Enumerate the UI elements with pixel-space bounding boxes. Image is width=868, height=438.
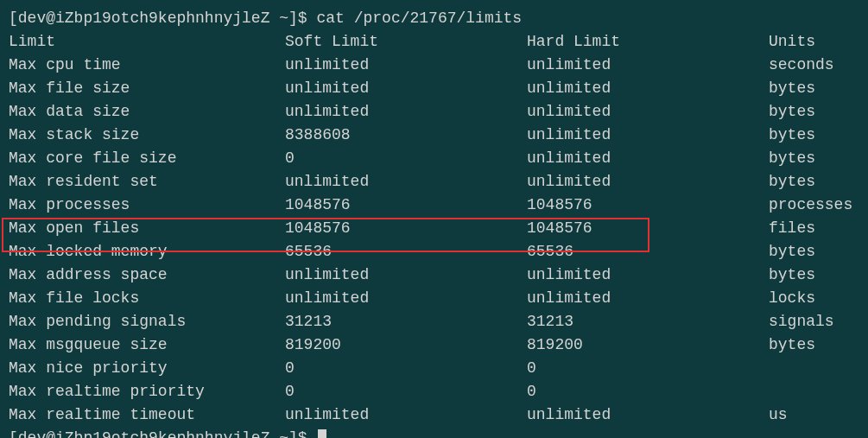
cell-limit: Max resident set bbox=[9, 170, 285, 194]
cell-limit: Max stack size bbox=[9, 124, 285, 147]
cell-limit: Max nice priority bbox=[9, 357, 285, 380]
cell-hard: 65536 bbox=[527, 240, 769, 263]
cell-units: us bbox=[769, 403, 788, 427]
cell-units: locks bbox=[769, 287, 815, 310]
cell-limit: Max msgqueue size bbox=[9, 333, 285, 357]
cell-hard: 31213 bbox=[527, 310, 769, 333]
cell-hard: 0 bbox=[527, 380, 769, 403]
cell-units: seconds bbox=[769, 54, 834, 77]
cell-units: bytes bbox=[769, 124, 815, 147]
cell-limit: Max realtime priority bbox=[9, 380, 285, 403]
cell-hard: 0 bbox=[527, 357, 769, 380]
cell-units: bytes bbox=[769, 333, 815, 357]
table-row: Max data sizeunlimitedunlimitedbytes bbox=[9, 100, 859, 124]
cell-units: processes bbox=[769, 194, 852, 217]
cell-soft: unlimited bbox=[285, 287, 527, 310]
cell-limit: Max realtime timeout bbox=[9, 403, 285, 427]
shell-prompt-2: [dev@iZbp19otch9kephnhnyjleZ ~]$ bbox=[9, 429, 307, 438]
shell-prompt: [dev@iZbp19otch9kephnhnyjleZ ~]$ bbox=[9, 10, 307, 27]
cell-hard: unlimited bbox=[527, 77, 769, 100]
cell-hard: 819200 bbox=[527, 333, 769, 357]
table-row: Max processes10485761048576processes bbox=[9, 194, 859, 217]
cell-soft: 0 bbox=[285, 147, 527, 170]
cell-units: bytes bbox=[769, 170, 815, 194]
table-row: Max msgqueue size819200819200bytes bbox=[9, 333, 859, 357]
table-row: Max core file size0unlimitedbytes bbox=[9, 147, 859, 170]
cell-limit: Max data size bbox=[9, 100, 285, 124]
table-row: Max cpu timeunlimitedunlimitedseconds bbox=[9, 54, 859, 77]
table-row: Max pending signals3121331213signals bbox=[9, 310, 859, 333]
table-row: Max realtime timeoutunlimitedunlimitedus bbox=[9, 403, 859, 427]
header-units: Units bbox=[769, 30, 815, 54]
table-row: Max open files10485761048576files bbox=[9, 217, 859, 240]
cell-soft: unlimited bbox=[285, 263, 527, 287]
cell-hard: 1048576 bbox=[527, 217, 769, 240]
cell-units: bytes bbox=[769, 147, 815, 170]
cell-hard: unlimited bbox=[527, 287, 769, 310]
cell-units: bytes bbox=[769, 77, 815, 100]
cell-limit: Max processes bbox=[9, 194, 285, 217]
table-row: Max stack size8388608unlimitedbytes bbox=[9, 124, 859, 147]
cell-units: bytes bbox=[769, 263, 815, 287]
table-header: Limit Soft Limit Hard Limit Units bbox=[9, 30, 859, 54]
header-limit: Limit bbox=[9, 30, 285, 54]
prompt-line[interactable]: [dev@iZbp19otch9kephnhnyjleZ ~]$ cat /pr… bbox=[9, 7, 859, 30]
cell-limit: Max pending signals bbox=[9, 310, 285, 333]
cell-limit: Max address space bbox=[9, 263, 285, 287]
cell-limit: Max core file size bbox=[9, 147, 285, 170]
cell-units: bytes bbox=[769, 100, 815, 124]
cell-hard: unlimited bbox=[527, 170, 769, 194]
cell-units: files bbox=[769, 217, 815, 240]
cell-soft: 1048576 bbox=[285, 194, 527, 217]
cell-soft: 819200 bbox=[285, 333, 527, 357]
cell-hard: 1048576 bbox=[527, 194, 769, 217]
cell-soft: 0 bbox=[285, 357, 527, 380]
cell-hard: unlimited bbox=[527, 147, 769, 170]
cell-soft: 31213 bbox=[285, 310, 527, 333]
cell-limit: Max locked memory bbox=[9, 240, 285, 263]
cell-limit: Max cpu time bbox=[9, 54, 285, 77]
prompt-line-2[interactable]: [dev@iZbp19otch9kephnhnyjleZ ~]$ bbox=[9, 427, 859, 438]
command-text: cat /proc/21767/limits bbox=[316, 10, 522, 27]
cell-hard: unlimited bbox=[527, 100, 769, 124]
cell-soft: unlimited bbox=[285, 54, 527, 77]
cursor-block bbox=[318, 429, 326, 438]
table-row: Max file sizeunlimitedunlimitedbytes bbox=[9, 77, 859, 100]
cell-limit: Max file locks bbox=[9, 287, 285, 310]
cell-soft: 65536 bbox=[285, 240, 527, 263]
cell-soft: 1048576 bbox=[285, 217, 527, 240]
table-row: Max nice priority00 bbox=[9, 357, 859, 380]
cell-limit: Max file size bbox=[9, 77, 285, 100]
cell-hard: unlimited bbox=[527, 403, 769, 427]
cell-soft: 0 bbox=[285, 380, 527, 403]
cell-soft: 8388608 bbox=[285, 124, 527, 147]
table-row: Max address spaceunlimitedunlimitedbytes bbox=[9, 263, 859, 287]
cell-hard: unlimited bbox=[527, 54, 769, 77]
table-row: Max locked memory6553665536bytes bbox=[9, 240, 859, 263]
cell-soft: unlimited bbox=[285, 170, 527, 194]
header-soft: Soft Limit bbox=[285, 30, 527, 54]
cell-hard: unlimited bbox=[527, 263, 769, 287]
cell-units: bytes bbox=[769, 240, 815, 263]
cell-hard: unlimited bbox=[527, 124, 769, 147]
table-row: Max resident setunlimitedunlimitedbytes bbox=[9, 170, 859, 194]
cell-soft: unlimited bbox=[285, 77, 527, 100]
cell-soft: unlimited bbox=[285, 100, 527, 124]
table-row: Max realtime priority00 bbox=[9, 380, 859, 403]
header-hard: Hard Limit bbox=[527, 30, 769, 54]
cell-limit: Max open files bbox=[9, 217, 285, 240]
cell-units: signals bbox=[769, 310, 834, 333]
table-row: Max file locksunlimitedunlimitedlocks bbox=[9, 287, 859, 310]
cell-soft: unlimited bbox=[285, 403, 527, 427]
